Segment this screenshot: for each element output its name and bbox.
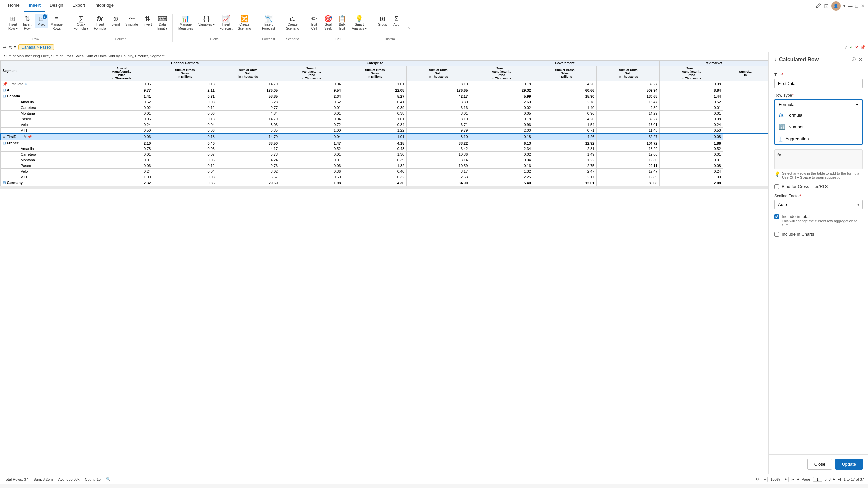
table-row[interactable]: Carretera 0.01 0.07 5.73 0.01 1.30 10.36… (0, 152, 768, 157)
firstdata-edit2-icon[interactable]: ✎ (23, 134, 26, 139)
panel-back-button[interactable]: ‹ (774, 56, 776, 63)
toolbar-icon-1[interactable]: 🖊 (815, 3, 821, 10)
include-in-charts-checkbox[interactable] (774, 232, 779, 237)
bind-cross-filter-checkbox[interactable] (774, 184, 779, 189)
close-window-icon[interactable]: ✕ (861, 3, 865, 9)
manage-rows-button[interactable]: ≡ ManageRows (49, 13, 65, 32)
profile-dropdown-icon[interactable]: ▾ (843, 4, 845, 8)
bulk-edit-button[interactable]: 📋 BulkEdit (335, 13, 349, 32)
smart-analysis-button[interactable]: 💡 SmartAnalysis ▾ (349, 13, 369, 32)
zoom-in-button[interactable]: + (783, 477, 788, 482)
table-row[interactable]: Velo 0.24 0.04 3.02 0.36 0.40 3.17 1.32 … (0, 169, 768, 174)
create-scenario-button[interactable]: 🔀 CreateScenario (236, 13, 253, 32)
option-formula[interactable]: fx Formula (775, 109, 862, 121)
formula-area[interactable]: fx (774, 150, 863, 170)
firstdata-pin2-icon[interactable]: 📌 (27, 134, 32, 139)
invert-col-button[interactable]: ⇅ Invert (141, 13, 154, 28)
table-row[interactable]: Velo 0.24 0.04 3.03 0.72 0.84 6.71 0.96 … (0, 122, 768, 128)
insert-row-button[interactable]: ⊞ InsertRow ▾ (6, 13, 20, 32)
all-expand-icon[interactable]: ⊟ (3, 88, 6, 92)
agg-button[interactable]: Σ Agg (390, 13, 403, 28)
option-aggregation[interactable]: ∑ Aggregation (775, 133, 862, 144)
formula-pin-icon[interactable]: 📌 (860, 45, 865, 50)
title-input[interactable] (774, 79, 863, 88)
update-button[interactable]: Update (835, 459, 863, 470)
table-row[interactable]: VTT 1.00 0.08 6.57 0.50 0.32 2.53 2.25 2… (0, 174, 768, 180)
table-row[interactable]: Montana 0.01 0.06 4.84 0.01 0.38 3.01 0.… (0, 111, 768, 116)
canada-expand-icon[interactable]: ⊟ (3, 94, 6, 98)
close-button[interactable]: Close (807, 459, 832, 470)
include-in-total-section: Include in total This will change the cu… (774, 214, 863, 227)
scaling-factor-select[interactable]: Auto 1 1000 1000000 (774, 200, 863, 209)
prev-page-icon[interactable]: ◂ (797, 477, 799, 481)
ribbon-group-custom: ⊞ Group Σ Agg Custom (373, 13, 406, 42)
filter-icon[interactable]: 🔍 (106, 477, 111, 481)
profile-avatar[interactable]: 👤 (832, 1, 841, 11)
ribbon-group-forecast: 📉 InsertForecast Forecast (257, 13, 280, 42)
ribbon-group-global: 📊 ManageMeasures { } Variables ▾ 📈 Inser… (173, 13, 256, 42)
formula-cell[interactable]: Canada > Paseo (18, 44, 54, 50)
tab-insert[interactable]: Insert (24, 0, 45, 12)
invert-row-button[interactable]: ⇅ InvertRow (21, 13, 34, 32)
table-row[interactable]: Paseo 0.06 0.18 14.79 0.04 1.01 8.10 0.1… (0, 116, 768, 122)
table-row[interactable]: 📌 FirstData ✎ 0.06 0.18 14.79 0.04 1.01 … (0, 81, 768, 87)
include-in-total-checkbox[interactable] (774, 214, 779, 219)
formula-cancel-icon[interactable]: ✕ (855, 45, 858, 50)
minimize-icon[interactable]: — (848, 3, 853, 9)
goal-seek-button[interactable]: 🎯 GoalSeek (321, 13, 335, 32)
edit-cell-button[interactable]: ✏ EditCell (308, 13, 321, 32)
first-page-icon[interactable]: |◂ (791, 477, 794, 481)
row-type-dropdown[interactable]: Formula ▾ fx Formula 🔢 Number ∑ Aggregat… (774, 99, 863, 145)
undo-icon[interactable]: ↩ (3, 44, 7, 50)
row-type-selected[interactable]: Formula ▾ (775, 100, 862, 109)
quick-formula-button[interactable]: ∑ QuickFormula ▾ (71, 13, 91, 32)
table-row[interactable]: ⊟Germany 2.32 0.36 29.69 1.98 4.36 34.90… (0, 180, 768, 186)
variables-button[interactable]: { } Variables ▾ (196, 13, 217, 28)
next-page-icon[interactable]: ▸ (834, 477, 835, 481)
formula-confirm-icon[interactable]: ✓ (850, 45, 853, 50)
settings-icon[interactable]: ⚙ (756, 477, 759, 481)
table-row[interactable]: ⊟Canada 1.41 0.71 58.85 2.34 5.27 42.17 … (0, 93, 768, 99)
table-row[interactable]: ⊟All 9.77 2.11 176.05 9.54 22.08 176.65 … (0, 87, 768, 93)
table-row[interactable]: ⊟France 2.10 0.40 33.50 1.47 4.15 33.22 … (0, 140, 768, 146)
france-expand-icon[interactable]: ⊟ (3, 141, 6, 145)
table-row[interactable]: Carretera 0.02 0.12 9.77 0.01 0.39 3.16 … (0, 105, 768, 111)
table-area[interactable]: Sum of Manufacturing Price, Sum of Gross… (0, 52, 768, 474)
insert-formula-button[interactable]: fx InsertFormula (91, 13, 108, 32)
horizontal-scrollbar[interactable] (0, 186, 768, 189)
table-row[interactable]: Amarilla 0.78 0.05 4.17 0.52 0.43 3.42 2… (0, 146, 768, 152)
table-row[interactable]: Paseo 0.06 0.12 9.76 0.06 1.32 10.59 0.1… (0, 163, 768, 169)
panel-close-button[interactable]: ✕ (858, 57, 863, 63)
group-button[interactable]: ⊞ Group (375, 13, 389, 28)
row-label-firstdata-top[interactable]: 📌 FirstData ✎ (0, 81, 90, 87)
maximize-icon[interactable]: □ (856, 3, 858, 9)
tab-home[interactable]: Home (3, 0, 24, 12)
create-scenario2-button[interactable]: 🗂 CreateScenario (284, 13, 301, 32)
firstdata-edit-icon[interactable]: ✎ (24, 82, 27, 86)
table-row[interactable]: Amarilla 0.52 0.08 6.28 0.52 0.41 3.30 2… (0, 99, 768, 105)
firstdata-highlight-row[interactable]: ≡ FirstData ✎ 📌 0.06 0.18 14.79 0.04 1.0… (0, 133, 768, 140)
manage-measures-button[interactable]: 📊 ManageMeasures (176, 13, 195, 32)
include-in-charts-label[interactable]: Include in Charts (782, 232, 814, 237)
toolbar-icon-2[interactable]: ⊡ (824, 2, 829, 10)
panel-info-icon[interactable]: ⓘ (852, 57, 856, 62)
zoom-out-button[interactable]: − (762, 477, 768, 482)
tab-infobridge[interactable]: Infobridge (90, 0, 118, 12)
page-number-input[interactable] (813, 477, 822, 482)
tab-export[interactable]: Export (68, 0, 90, 12)
table-row[interactable]: VTT 0.50 0.06 5.35 1.00 1.22 9.79 2.00 0… (0, 128, 768, 133)
formula-expand-icon[interactable]: ⤢ (844, 45, 848, 50)
tab-design[interactable]: Design (45, 0, 68, 12)
option-number[interactable]: 🔢 Number (775, 121, 862, 133)
insert-forecast-button[interactable]: 📈 InsertForecast (217, 13, 235, 32)
last-page-icon[interactable]: ▸| (838, 477, 841, 481)
data-input-button[interactable]: ⌨ DataInput ▾ (155, 13, 170, 32)
blend-button[interactable]: ⊕ Blend (109, 13, 122, 28)
forecast-button[interactable]: 📉 InsertForecast (260, 13, 277, 32)
table-row[interactable]: Montana 0.01 0.05 4.24 0.01 0.39 3.14 0.… (0, 157, 768, 163)
include-in-total-label[interactable]: Include in total (782, 214, 810, 219)
bind-cross-filter-label[interactable]: Bind for Cross filter/RLS (782, 184, 828, 189)
ribbon-more-button[interactable]: › (407, 13, 411, 42)
simulate-button[interactable]: 〜 Simulate (123, 13, 141, 28)
germany-expand-icon[interactable]: ⊟ (3, 181, 6, 185)
